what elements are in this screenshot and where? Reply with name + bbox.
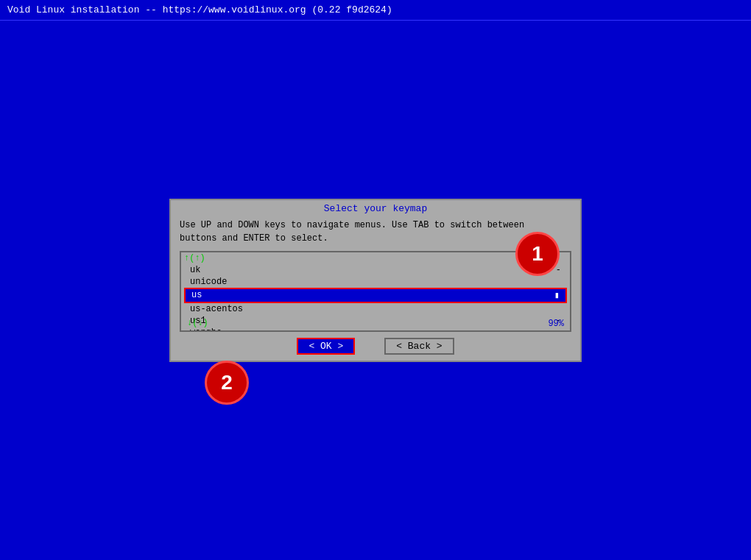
annotation-1: 1 <box>515 232 560 276</box>
annotation-2: 2 <box>205 361 249 405</box>
buttons-row: < OK > < Back > <box>171 332 580 361</box>
dialog-title: Select your keymap <box>171 200 580 216</box>
list-item[interactable]: us1 - <box>184 315 567 327</box>
list-item[interactable]: us-acentos <box>184 303 567 315</box>
keymap-list[interactable]: ↑(↑) uk - unicode us ▮ us-acentos us1 - <box>180 251 571 332</box>
list-items-container: uk - unicode us ▮ us-acentos us1 - wangb… <box>181 264 570 332</box>
list-item[interactable]: unicode <box>184 276 567 288</box>
list-item[interactable]: uk - <box>184 264 567 276</box>
title-bar: Void Linux installation -- https://www.v… <box>0 0 751 21</box>
keymap-dialog: Select your keymap Use UP and DOWN keys … <box>169 199 582 362</box>
back-button[interactable]: < Back > <box>384 338 454 355</box>
list-item[interactable]: wangbe - <box>184 327 567 332</box>
list-item-selected[interactable]: us ▮ <box>184 288 567 303</box>
progress-indicator: 99% <box>548 319 564 329</box>
ok-button[interactable]: < OK > <box>297 338 355 355</box>
scroll-top-indicator: ↑(↑) <box>181 252 570 264</box>
scroll-bottom-indicator: ↓(↓) <box>184 317 211 329</box>
